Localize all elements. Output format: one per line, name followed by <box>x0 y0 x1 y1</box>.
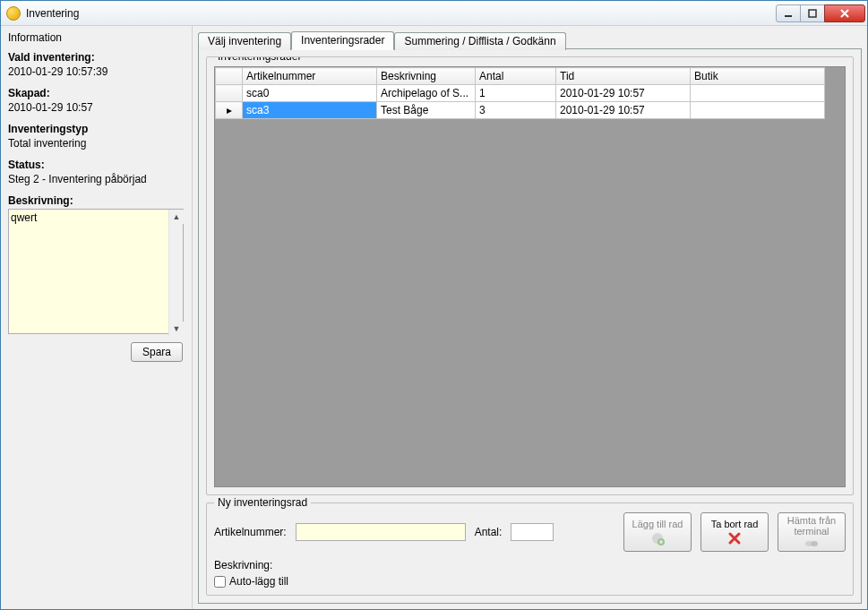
beskrivning-label: Beskrivning: <box>8 194 185 207</box>
save-button[interactable]: Spara <box>131 342 183 362</box>
cell-besk[interactable]: Archipelago of S... <box>377 85 476 102</box>
tab-page-inventeringsrader: Inventeringsrader Artikelnummer Beskrivn… <box>198 48 862 604</box>
textarea-scrollbar[interactable]: ▲ ▼ <box>168 210 183 336</box>
auto-lagg-till-checkbox[interactable] <box>214 576 226 588</box>
tab-inventeringsrader[interactable]: Inventeringsrader <box>291 31 394 50</box>
cell-tid[interactable]: 2010-01-29 10:57 <box>556 102 691 119</box>
minimize-icon <box>784 9 793 18</box>
typ-label: Inventeringstyp <box>8 123 185 135</box>
status-value: Steg 2 - Inventering påbörjad <box>8 173 185 185</box>
delete-icon <box>727 531 742 546</box>
table-row[interactable]: sca0 Archipelago of S... 1 2010-01-29 10… <box>216 85 825 102</box>
group-ny-rad: Ny inventeringsrad Artikelnummer: Antal:… <box>206 503 854 596</box>
tab-valj-inventering[interactable]: Välj inventering <box>198 32 291 50</box>
grid-corner[interactable] <box>216 68 243 85</box>
add-row-label: Lägg till rad <box>632 519 683 529</box>
row-header[interactable] <box>216 85 243 102</box>
group-inventeringsrader: Inventeringsrader Artikelnummer Beskrivn… <box>206 56 854 495</box>
maximize-button[interactable] <box>800 4 825 22</box>
app-icon <box>6 6 21 21</box>
col-artikelnummer[interactable]: Artikelnummer <box>243 68 377 85</box>
window-buttons <box>777 4 865 22</box>
tab-summering[interactable]: Summering / Difflista / Godkänn <box>394 32 565 50</box>
table-row[interactable]: ▸ sca3 Test Båge 3 2010-01-29 10:57 <box>216 102 825 119</box>
vald-value: 2010-01-29 10:57:39 <box>8 65 185 78</box>
window-title: Inventering <box>26 7 777 20</box>
scroll-down-icon[interactable]: ▼ <box>169 322 184 336</box>
cell-art[interactable]: sca3 <box>243 102 377 119</box>
col-antal[interactable]: Antal <box>476 68 556 85</box>
group-legend-grid: Inventeringsrader <box>214 56 305 63</box>
info-status: Status: Steg 2 - Inventering påbörjad <box>8 159 185 185</box>
col-butik[interactable]: Butik <box>691 68 825 85</box>
delete-row-label: Ta bort rad <box>711 519 759 529</box>
main-area: Välj inventering Inventeringsrader Summe… <box>193 26 867 609</box>
cell-butik[interactable] <box>691 102 825 119</box>
cell-tid[interactable]: 2010-01-29 10:57 <box>556 85 691 102</box>
cell-antal[interactable]: 3 <box>476 102 556 119</box>
fetch-terminal-label: Hämta från terminal <box>780 515 843 537</box>
svg-point-5 <box>811 541 818 546</box>
info-vald: Vald inventering: 2010-01-29 10:57:39 <box>8 51 185 78</box>
col-tid[interactable]: Tid <box>556 68 691 85</box>
fetch-terminal-button[interactable]: Hämta från terminal <box>778 512 846 552</box>
minimize-button[interactable] <box>776 4 801 22</box>
window-frame: Inventering Information Vald inventering… <box>0 0 868 610</box>
skapad-label: Skapad: <box>8 87 185 99</box>
sidebar-heading: Information <box>8 31 185 44</box>
info-skapad: Skapad: 2010-01-29 10:57 <box>8 87 185 114</box>
col-beskrivning[interactable]: Beskrivning <box>377 68 476 85</box>
cell-besk[interactable]: Test Båge <box>377 102 476 119</box>
cell-butik[interactable] <box>691 85 825 102</box>
tab-strip: Välj inventering Inventeringsrader Summe… <box>198 30 862 49</box>
status-label: Status: <box>8 159 185 171</box>
beskrivning-block: Beskrivning: ▲ ▼ Spara <box>8 194 185 362</box>
add-icon <box>650 531 665 546</box>
data-grid[interactable]: Artikelnummer Beskrivning Antal Tid Buti… <box>214 66 846 487</box>
titlebar[interactable]: Inventering <box>1 1 867 26</box>
content-area: Information Vald inventering: 2010-01-29… <box>1 26 867 609</box>
antal-input[interactable] <box>511 523 554 541</box>
vald-label: Vald inventering: <box>8 51 185 64</box>
close-button[interactable] <box>824 4 865 22</box>
cell-art[interactable]: sca0 <box>243 85 377 102</box>
grid-header-row: Artikelnummer Beskrivning Antal Tid Buti… <box>216 68 825 85</box>
skapad-value: 2010-01-29 10:57 <box>8 101 185 114</box>
terminal-icon <box>804 538 819 549</box>
close-icon <box>839 9 850 18</box>
antal-label: Antal: <box>475 526 503 538</box>
group-legend-new: Ny inventeringsrad <box>214 496 311 509</box>
svg-rect-1 <box>809 10 816 17</box>
delete-row-button[interactable]: Ta bort rad <box>700 512 769 552</box>
maximize-icon <box>808 9 817 18</box>
beskrivning-new-label: Beskrivning: <box>214 559 272 571</box>
add-row-button[interactable]: Lägg till rad <box>623 512 692 552</box>
beskrivning-textarea[interactable] <box>8 209 184 334</box>
svg-rect-0 <box>785 15 792 17</box>
row-header-current[interactable]: ▸ <box>216 102 243 119</box>
sidebar: Information Vald inventering: 2010-01-29… <box>1 26 193 609</box>
auto-lagg-till-label: Auto-lägg till <box>229 575 288 588</box>
info-typ: Inventeringstyp Total inventering <box>8 123 185 150</box>
artikelnummer-input[interactable] <box>296 523 466 541</box>
artikelnummer-label: Artikelnummer: <box>214 526 287 538</box>
scroll-up-icon[interactable]: ▲ <box>169 210 184 224</box>
cell-antal[interactable]: 1 <box>476 85 556 102</box>
typ-value: Total inventering <box>8 137 185 150</box>
